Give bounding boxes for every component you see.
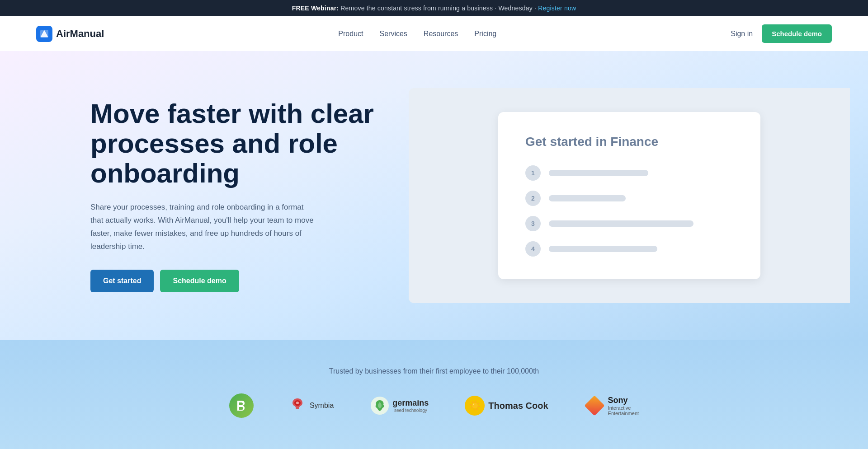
card-number-1: 1 <box>525 165 541 181</box>
get-started-button[interactable]: Get started <box>90 270 154 292</box>
nav-resources[interactable]: Resources <box>424 30 458 37</box>
sony-subname: InteractiveEntertainment <box>608 405 639 416</box>
symbia-icon <box>290 397 305 415</box>
hero-title: Move faster with clear processes and rol… <box>90 99 398 188</box>
card-item-2: 2 <box>525 191 733 206</box>
nav-product[interactable]: Product <box>338 30 363 37</box>
card-line-3 <box>549 220 693 227</box>
card-line-1 <box>549 170 648 176</box>
banner-prefix: FREE Webinar: <box>292 5 339 12</box>
thomas-cook-icon: ☀️ <box>465 396 485 416</box>
nav-links: Product Services Resources Pricing <box>338 30 496 38</box>
sony-text-block: Sony InteractiveEntertainment <box>608 396 639 416</box>
sony-diamond-icon <box>585 396 604 416</box>
germains-subtext: seed technology <box>392 408 429 413</box>
banner-cta[interactable]: Register now <box>538 5 576 12</box>
logos-row: Symbia germains seed technology ☀️ Thoma… <box>36 393 832 418</box>
card-item-1: 1 <box>525 165 733 181</box>
sony-name: Sony <box>608 396 639 405</box>
logo-germains: germains seed technology <box>370 396 429 416</box>
logo-text: AirManual <box>56 28 104 40</box>
card-items: 1 2 3 4 <box>525 165 733 257</box>
logo-link[interactable]: AirManual <box>36 26 104 42</box>
hero-subtitle: Share your processes, training and role … <box>90 201 316 253</box>
hero-content: Move faster with clear processes and rol… <box>90 99 398 292</box>
svg-point-1 <box>296 402 299 404</box>
schedule-demo-hero-button[interactable]: Schedule demo <box>160 270 239 292</box>
card-line-4 <box>549 246 657 252</box>
hero-card: Get started in Finance 1 2 3 <box>498 112 760 279</box>
hero-card-title: Get started in Finance <box>525 135 733 149</box>
trusted-section: Trusted by businesses from their first e… <box>0 340 868 449</box>
nav-pricing[interactable]: Pricing <box>474 30 496 37</box>
card-number-2: 2 <box>525 191 541 206</box>
symbia-text: Symbia <box>310 402 334 410</box>
card-number-4: 4 <box>525 241 541 257</box>
card-item-3: 3 <box>525 216 733 231</box>
hero-card-background: Get started in Finance 1 2 3 <box>409 88 850 303</box>
logo-sony: Sony InteractiveEntertainment <box>585 396 639 416</box>
card-line-2 <box>549 195 626 201</box>
hero-section: Move faster with clear processes and rol… <box>0 51 868 340</box>
hero-buttons: Get started Schedule demo <box>90 270 398 292</box>
nav-actions: Sign in Schedule demo <box>731 24 832 43</box>
logo-icon <box>36 26 52 42</box>
logo-thomas-cook: ☀️ Thomas Cook <box>465 396 548 416</box>
logo-symbia: Symbia <box>290 397 334 415</box>
card-number-3: 3 <box>525 216 541 231</box>
logo-b <box>229 393 254 418</box>
germains-name: germains <box>392 398 429 407</box>
navbar: AirManual Product Services Resources Pri… <box>0 16 868 51</box>
sign-in-link[interactable]: Sign in <box>731 30 753 38</box>
nav-services[interactable]: Services <box>379 30 407 37</box>
trusted-text: Trusted by businesses from their first e… <box>36 367 832 375</box>
schedule-demo-button[interactable]: Schedule demo <box>762 24 832 43</box>
b-logo-icon <box>229 393 254 418</box>
hero-card-wrapper: Get started in Finance 1 2 3 <box>391 51 868 340</box>
card-item-4: 4 <box>525 241 733 257</box>
thomas-cook-text: Thomas Cook <box>488 401 548 411</box>
banner-message: Remove the constant stress from running … <box>340 5 538 12</box>
germains-icon <box>370 396 390 416</box>
top-banner: FREE Webinar: Remove the constant stress… <box>0 0 868 16</box>
